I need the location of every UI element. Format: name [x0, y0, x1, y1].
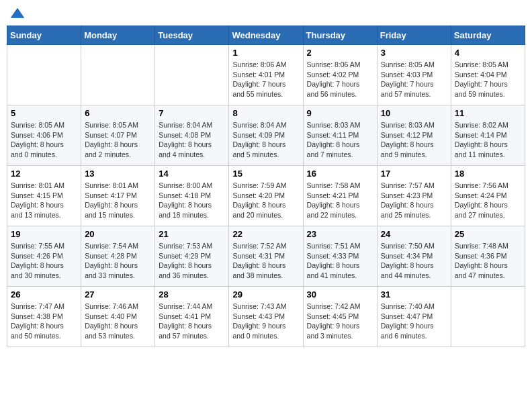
- day-number: 6: [85, 108, 151, 118]
- day-number: 21: [159, 229, 225, 239]
- day-number: 11: [455, 108, 521, 118]
- day-info: Sunrise: 8:06 AM Sunset: 4:02 PM Dayligh…: [307, 60, 373, 99]
- weekday-header-row: SundayMondayTuesdayWednesdayThursdayFrid…: [7, 26, 525, 45]
- day-number: 2: [307, 48, 373, 58]
- calendar-day-6: 6Sunrise: 8:05 AM Sunset: 4:07 PM Daylig…: [81, 105, 155, 166]
- day-info: Sunrise: 8:05 AM Sunset: 4:06 PM Dayligh…: [11, 120, 77, 160]
- calendar-day-18: 18Sunrise: 7:56 AM Sunset: 4:24 PM Dayli…: [451, 166, 525, 226]
- calendar-day-1: 1Sunrise: 8:06 AM Sunset: 4:01 PM Daylig…: [229, 45, 303, 105]
- day-info: Sunrise: 8:00 AM Sunset: 4:18 PM Dayligh…: [159, 181, 225, 220]
- day-number: 4: [455, 48, 521, 58]
- weekday-header-tuesday: Tuesday: [155, 26, 229, 45]
- calendar-day-7: 7Sunrise: 8:04 AM Sunset: 4:08 PM Daylig…: [155, 105, 229, 166]
- calendar-day-12: 12Sunrise: 8:01 AM Sunset: 4:15 PM Dayli…: [7, 166, 81, 226]
- day-number: 28: [159, 289, 225, 300]
- weekday-header-monday: Monday: [81, 26, 155, 45]
- day-number: 24: [381, 229, 447, 239]
- day-info: Sunrise: 8:04 AM Sunset: 4:08 PM Dayligh…: [159, 120, 225, 160]
- day-info: Sunrise: 7:50 AM Sunset: 4:34 PM Dayligh…: [381, 241, 447, 281]
- day-info: Sunrise: 8:05 AM Sunset: 4:03 PM Dayligh…: [381, 60, 447, 99]
- day-number: 5: [11, 108, 77, 118]
- day-number: 7: [159, 108, 225, 118]
- empty-day-cell: [7, 45, 81, 105]
- calendar-day-25: 25Sunrise: 7:48 AM Sunset: 4:36 PM Dayli…: [451, 226, 525, 287]
- day-number: 23: [307, 229, 373, 239]
- day-number: 20: [85, 229, 151, 239]
- calendar-week-row: 12Sunrise: 8:01 AM Sunset: 4:15 PM Dayli…: [7, 166, 525, 226]
- calendar-day-14: 14Sunrise: 8:00 AM Sunset: 4:18 PM Dayli…: [155, 166, 229, 226]
- day-number: 19: [11, 229, 77, 239]
- calendar-day-15: 15Sunrise: 7:59 AM Sunset: 4:20 PM Dayli…: [229, 166, 303, 226]
- empty-day-cell: [81, 45, 155, 105]
- calendar-week-row: 5Sunrise: 8:05 AM Sunset: 4:06 PM Daylig…: [7, 105, 525, 166]
- calendar-day-3: 3Sunrise: 8:05 AM Sunset: 4:03 PM Daylig…: [377, 45, 451, 105]
- calendar-week-row: 26Sunrise: 7:47 AM Sunset: 4:38 PM Dayli…: [7, 287, 525, 347]
- day-info: Sunrise: 7:58 AM Sunset: 4:21 PM Dayligh…: [307, 181, 373, 220]
- logo-icon: [9, 7, 26, 20]
- day-info: Sunrise: 7:42 AM Sunset: 4:45 PM Dayligh…: [307, 302, 373, 341]
- weekday-header-sunday: Sunday: [7, 26, 81, 45]
- weekday-header-wednesday: Wednesday: [229, 26, 303, 45]
- day-number: 17: [381, 169, 447, 179]
- calendar-day-2: 2Sunrise: 8:06 AM Sunset: 4:02 PM Daylig…: [303, 45, 377, 105]
- day-info: Sunrise: 7:53 AM Sunset: 4:29 PM Dayligh…: [159, 241, 225, 281]
- calendar-day-28: 28Sunrise: 7:44 AM Sunset: 4:41 PM Dayli…: [155, 287, 229, 347]
- day-info: Sunrise: 7:55 AM Sunset: 4:26 PM Dayligh…: [11, 241, 77, 281]
- day-number: 3: [381, 48, 447, 58]
- day-number: 16: [307, 169, 373, 179]
- day-number: 22: [232, 229, 299, 239]
- day-number: 12: [11, 169, 77, 179]
- calendar-day-19: 19Sunrise: 7:55 AM Sunset: 4:26 PM Dayli…: [7, 226, 81, 287]
- day-info: Sunrise: 8:03 AM Sunset: 4:12 PM Dayligh…: [381, 120, 447, 160]
- day-info: Sunrise: 7:57 AM Sunset: 4:23 PM Dayligh…: [381, 181, 447, 220]
- calendar-day-16: 16Sunrise: 7:58 AM Sunset: 4:21 PM Dayli…: [303, 166, 377, 226]
- calendar-day-26: 26Sunrise: 7:47 AM Sunset: 4:38 PM Dayli…: [7, 287, 81, 347]
- calendar-day-22: 22Sunrise: 7:52 AM Sunset: 4:31 PM Dayli…: [229, 226, 303, 287]
- calendar-day-31: 31Sunrise: 7:40 AM Sunset: 4:47 PM Dayli…: [377, 287, 451, 347]
- day-number: 31: [381, 289, 447, 300]
- day-number: 18: [455, 169, 521, 179]
- calendar-table: SundayMondayTuesdayWednesdayThursdayFrid…: [7, 26, 525, 347]
- day-info: Sunrise: 7:54 AM Sunset: 4:28 PM Dayligh…: [85, 241, 151, 281]
- calendar-day-4: 4Sunrise: 8:05 AM Sunset: 4:04 PM Daylig…: [451, 45, 525, 105]
- calendar-day-20: 20Sunrise: 7:54 AM Sunset: 4:28 PM Dayli…: [81, 226, 155, 287]
- day-number: 25: [455, 229, 521, 239]
- day-number: 10: [381, 108, 447, 118]
- day-info: Sunrise: 7:40 AM Sunset: 4:47 PM Dayligh…: [381, 302, 447, 341]
- day-info: Sunrise: 7:48 AM Sunset: 4:36 PM Dayligh…: [455, 241, 521, 281]
- day-info: Sunrise: 8:06 AM Sunset: 4:01 PM Dayligh…: [232, 60, 299, 99]
- day-info: Sunrise: 8:01 AM Sunset: 4:15 PM Dayligh…: [11, 181, 77, 220]
- day-info: Sunrise: 7:59 AM Sunset: 4:20 PM Dayligh…: [232, 181, 299, 220]
- day-number: 30: [307, 289, 373, 300]
- day-info: Sunrise: 7:46 AM Sunset: 4:40 PM Dayligh…: [85, 302, 151, 341]
- calendar-day-23: 23Sunrise: 7:51 AM Sunset: 4:33 PM Dayli…: [303, 226, 377, 287]
- calendar-week-row: 19Sunrise: 7:55 AM Sunset: 4:26 PM Dayli…: [7, 226, 525, 287]
- day-info: Sunrise: 8:05 AM Sunset: 4:07 PM Dayligh…: [85, 120, 151, 160]
- calendar-day-17: 17Sunrise: 7:57 AM Sunset: 4:23 PM Dayli…: [377, 166, 451, 226]
- calendar-day-13: 13Sunrise: 8:01 AM Sunset: 4:17 PM Dayli…: [81, 166, 155, 226]
- day-number: 29: [232, 289, 299, 300]
- day-number: 9: [307, 108, 373, 118]
- day-number: 26: [11, 289, 77, 300]
- day-number: 13: [85, 169, 151, 179]
- day-number: 27: [85, 289, 151, 300]
- calendar-week-row: 1Sunrise: 8:06 AM Sunset: 4:01 PM Daylig…: [7, 45, 525, 105]
- day-info: Sunrise: 7:51 AM Sunset: 4:33 PM Dayligh…: [307, 241, 373, 281]
- calendar-day-30: 30Sunrise: 7:42 AM Sunset: 4:45 PM Dayli…: [303, 287, 377, 347]
- calendar-day-27: 27Sunrise: 7:46 AM Sunset: 4:40 PM Dayli…: [81, 287, 155, 347]
- day-info: Sunrise: 8:01 AM Sunset: 4:17 PM Dayligh…: [85, 181, 151, 220]
- weekday-header-saturday: Saturday: [451, 26, 525, 45]
- day-info: Sunrise: 8:05 AM Sunset: 4:04 PM Dayligh…: [455, 60, 521, 99]
- calendar-day-11: 11Sunrise: 8:02 AM Sunset: 4:14 PM Dayli…: [451, 105, 525, 166]
- calendar-day-29: 29Sunrise: 7:43 AM Sunset: 4:43 PM Dayli…: [229, 287, 303, 347]
- day-info: Sunrise: 7:44 AM Sunset: 4:41 PM Dayligh…: [159, 302, 225, 341]
- logo: [9, 7, 28, 20]
- calendar-day-10: 10Sunrise: 8:03 AM Sunset: 4:12 PM Dayli…: [377, 105, 451, 166]
- day-number: 14: [159, 169, 225, 179]
- day-info: Sunrise: 8:03 AM Sunset: 4:11 PM Dayligh…: [307, 120, 373, 160]
- day-info: Sunrise: 8:04 AM Sunset: 4:09 PM Dayligh…: [232, 120, 299, 160]
- day-info: Sunrise: 7:56 AM Sunset: 4:24 PM Dayligh…: [455, 181, 521, 220]
- empty-day-cell: [155, 45, 229, 105]
- weekday-header-thursday: Thursday: [303, 26, 377, 45]
- day-number: 1: [232, 48, 299, 58]
